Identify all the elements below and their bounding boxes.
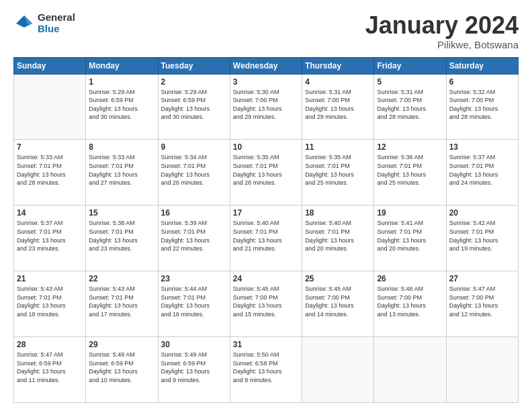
- day-number: 4: [305, 77, 371, 87]
- weekday-header: Saturday: [446, 57, 518, 74]
- calendar-cell: 15Sunrise: 5:38 AM Sunset: 7:01 PM Dayli…: [86, 205, 158, 271]
- logo-text: General Blue: [38, 12, 75, 34]
- calendar-cell: [302, 337, 374, 403]
- day-info: Sunrise: 5:46 AM Sunset: 7:00 PM Dayligh…: [377, 285, 443, 318]
- day-number: 1: [89, 77, 154, 87]
- calendar-cell: 5Sunrise: 5:31 AM Sunset: 7:00 PM Daylig…: [374, 74, 446, 140]
- day-number: 21: [17, 274, 83, 283]
- calendar-cell: 6Sunrise: 5:32 AM Sunset: 7:00 PM Daylig…: [446, 74, 518, 140]
- logo-general-text: General: [38, 12, 75, 24]
- day-number: 11: [305, 142, 371, 152]
- day-info: Sunrise: 5:50 AM Sunset: 6:58 PM Dayligh…: [233, 351, 299, 384]
- day-info: Sunrise: 5:47 AM Sunset: 6:59 PM Dayligh…: [17, 351, 83, 384]
- day-number: 7: [17, 142, 83, 152]
- day-info: Sunrise: 5:41 AM Sunset: 7:01 PM Dayligh…: [377, 219, 443, 253]
- week-row: 1Sunrise: 5:29 AM Sunset: 6:59 PM Daylig…: [14, 74, 519, 140]
- weekday-header: Wednesday: [230, 57, 302, 74]
- title-block: January 2024 Pilikwe, Botswana: [365, 12, 519, 50]
- day-number: 16: [161, 208, 227, 218]
- day-number: 20: [449, 208, 515, 218]
- day-number: 18: [305, 208, 371, 218]
- month-title: January 2024: [365, 12, 519, 39]
- day-info: Sunrise: 5:33 AM Sunset: 7:01 PM Dayligh…: [17, 153, 83, 187]
- day-info: Sunrise: 5:31 AM Sunset: 7:00 PM Dayligh…: [377, 88, 443, 122]
- header: General Blue January 2024 Pilikwe, Botsw…: [13, 12, 519, 50]
- week-row: 14Sunrise: 5:37 AM Sunset: 7:01 PM Dayli…: [14, 205, 519, 271]
- day-info: Sunrise: 5:33 AM Sunset: 7:01 PM Dayligh…: [89, 153, 154, 187]
- weekday-header-row: SundayMondayTuesdayWednesdayThursdayFrid…: [14, 57, 519, 74]
- day-info: Sunrise: 5:45 AM Sunset: 7:00 PM Dayligh…: [233, 285, 299, 318]
- calendar-cell: 13Sunrise: 5:37 AM Sunset: 7:01 PM Dayli…: [446, 140, 518, 205]
- day-number: 31: [233, 340, 299, 349]
- day-info: Sunrise: 5:48 AM Sunset: 6:59 PM Dayligh…: [89, 351, 154, 384]
- weekday-header: Thursday: [302, 57, 374, 74]
- day-number: 15: [89, 208, 154, 218]
- day-number: 25: [305, 274, 371, 283]
- logo: General Blue: [13, 12, 75, 34]
- day-number: 10: [233, 142, 299, 152]
- day-info: Sunrise: 5:36 AM Sunset: 7:01 PM Dayligh…: [377, 153, 443, 187]
- day-info: Sunrise: 5:39 AM Sunset: 7:01 PM Dayligh…: [161, 219, 227, 253]
- calendar-cell: 7Sunrise: 5:33 AM Sunset: 7:01 PM Daylig…: [14, 140, 86, 205]
- day-info: Sunrise: 5:49 AM Sunset: 6:59 PM Dayligh…: [161, 351, 227, 384]
- calendar-cell: 11Sunrise: 5:35 AM Sunset: 7:01 PM Dayli…: [302, 140, 374, 205]
- day-info: Sunrise: 5:37 AM Sunset: 7:01 PM Dayligh…: [449, 153, 515, 187]
- weekday-header: Monday: [86, 57, 158, 74]
- calendar-cell: 30Sunrise: 5:49 AM Sunset: 6:59 PM Dayli…: [158, 337, 230, 403]
- day-number: 24: [233, 274, 299, 283]
- day-info: Sunrise: 5:42 AM Sunset: 7:01 PM Dayligh…: [449, 219, 515, 253]
- day-number: 5: [377, 77, 443, 87]
- day-info: Sunrise: 5:35 AM Sunset: 7:01 PM Dayligh…: [233, 153, 299, 187]
- day-number: 8: [89, 142, 154, 152]
- day-number: 29: [89, 340, 154, 349]
- day-number: 9: [161, 142, 227, 152]
- week-row: 21Sunrise: 5:43 AM Sunset: 7:01 PM Dayli…: [14, 271, 519, 337]
- calendar-cell: 26Sunrise: 5:46 AM Sunset: 7:00 PM Dayli…: [374, 271, 446, 337]
- day-number: 6: [449, 77, 515, 87]
- day-number: 17: [233, 208, 299, 218]
- calendar-cell: 3Sunrise: 5:30 AM Sunset: 7:00 PM Daylig…: [230, 74, 302, 140]
- calendar-cell: [14, 74, 86, 140]
- calendar-cell: 4Sunrise: 5:31 AM Sunset: 7:00 PM Daylig…: [302, 74, 374, 140]
- calendar-cell: 24Sunrise: 5:45 AM Sunset: 7:00 PM Dayli…: [230, 271, 302, 337]
- week-row: 7Sunrise: 5:33 AM Sunset: 7:01 PM Daylig…: [14, 140, 519, 205]
- day-number: 19: [377, 208, 443, 218]
- day-info: Sunrise: 5:30 AM Sunset: 7:00 PM Dayligh…: [233, 88, 299, 122]
- day-info: Sunrise: 5:40 AM Sunset: 7:01 PM Dayligh…: [305, 219, 371, 253]
- calendar-cell: 1Sunrise: 5:29 AM Sunset: 6:59 PM Daylig…: [86, 74, 158, 140]
- calendar-table: SundayMondayTuesdayWednesdayThursdayFrid…: [13, 57, 519, 403]
- calendar-cell: 20Sunrise: 5:42 AM Sunset: 7:01 PM Dayli…: [446, 205, 518, 271]
- day-info: Sunrise: 5:35 AM Sunset: 7:01 PM Dayligh…: [305, 153, 371, 187]
- calendar-cell: 25Sunrise: 5:45 AM Sunset: 7:00 PM Dayli…: [302, 271, 374, 337]
- weekday-header: Friday: [374, 57, 446, 74]
- calendar-cell: 19Sunrise: 5:41 AM Sunset: 7:01 PM Dayli…: [374, 205, 446, 271]
- day-number: 14: [17, 208, 83, 218]
- calendar-cell: 17Sunrise: 5:40 AM Sunset: 7:01 PM Dayli…: [230, 205, 302, 271]
- day-info: Sunrise: 5:32 AM Sunset: 7:00 PM Dayligh…: [449, 88, 515, 122]
- calendar-cell: 27Sunrise: 5:47 AM Sunset: 7:00 PM Dayli…: [446, 271, 518, 337]
- calendar-cell: 9Sunrise: 5:34 AM Sunset: 7:01 PM Daylig…: [158, 140, 230, 205]
- day-number: 2: [161, 77, 227, 87]
- calendar-cell: 12Sunrise: 5:36 AM Sunset: 7:01 PM Dayli…: [374, 140, 446, 205]
- week-row: 28Sunrise: 5:47 AM Sunset: 6:59 PM Dayli…: [14, 337, 519, 403]
- day-number: 22: [89, 274, 154, 283]
- day-number: 27: [449, 274, 515, 283]
- day-info: Sunrise: 5:29 AM Sunset: 6:59 PM Dayligh…: [89, 88, 154, 122]
- day-number: 12: [377, 142, 443, 152]
- day-info: Sunrise: 5:43 AM Sunset: 7:01 PM Dayligh…: [17, 285, 83, 318]
- calendar-cell: 21Sunrise: 5:43 AM Sunset: 7:01 PM Dayli…: [14, 271, 86, 337]
- day-number: 30: [161, 340, 227, 349]
- calendar-cell: [374, 337, 446, 403]
- day-info: Sunrise: 5:31 AM Sunset: 7:00 PM Dayligh…: [305, 88, 371, 122]
- calendar-cell: 16Sunrise: 5:39 AM Sunset: 7:01 PM Dayli…: [158, 205, 230, 271]
- day-number: 3: [233, 77, 299, 87]
- location: Pilikwe, Botswana: [365, 39, 519, 50]
- day-info: Sunrise: 5:45 AM Sunset: 7:00 PM Dayligh…: [305, 285, 371, 318]
- calendar-cell: 18Sunrise: 5:40 AM Sunset: 7:01 PM Dayli…: [302, 205, 374, 271]
- calendar-cell: 2Sunrise: 5:29 AM Sunset: 6:59 PM Daylig…: [158, 74, 230, 140]
- day-number: 13: [449, 142, 515, 152]
- weekday-header: Tuesday: [158, 57, 230, 74]
- day-info: Sunrise: 5:37 AM Sunset: 7:01 PM Dayligh…: [17, 219, 83, 253]
- day-info: Sunrise: 5:44 AM Sunset: 7:01 PM Dayligh…: [161, 285, 227, 318]
- day-number: 26: [377, 274, 443, 283]
